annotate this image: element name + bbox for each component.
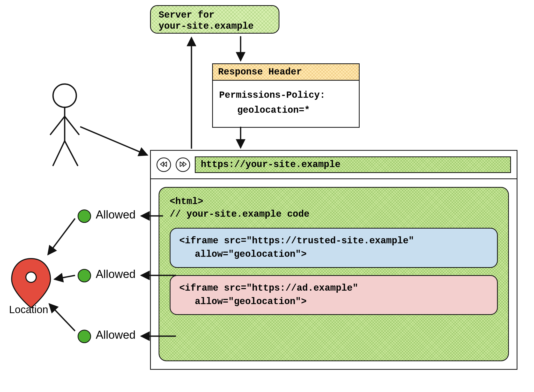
address-bar-url: https://your-site.example: [201, 159, 340, 170]
svg-line-3: [65, 116, 79, 134]
status-dot-2: [78, 269, 91, 282]
page-code-line1: <html>: [170, 195, 498, 208]
response-header-box: Response Header Permissions-Policy: geol…: [212, 63, 360, 128]
location-pin-icon: [12, 259, 50, 308]
status-label-1: Allowed: [96, 208, 136, 221]
forward-button[interactable]: [176, 157, 190, 172]
rewind-icon: [160, 161, 168, 169]
svg-line-16: [49, 304, 75, 331]
svg-line-14: [48, 218, 75, 255]
svg-line-7: [80, 127, 147, 155]
svg-point-0: [53, 84, 76, 107]
status-label-3: Allowed: [96, 328, 136, 341]
svg-point-6: [26, 272, 36, 282]
iframe-ad-line1: <iframe src="https://ad.example": [179, 282, 488, 295]
server-line2: your-site.example: [159, 21, 271, 32]
iframe-ad-line2: allow="geolocation">: [179, 295, 488, 308]
server-line1: Server for: [159, 10, 271, 21]
svg-line-4: [53, 141, 65, 165]
response-header-line2: geolocation=*: [219, 103, 353, 118]
status-dot-1: [78, 209, 91, 223]
status-dot-3: [78, 330, 91, 343]
svg-line-5: [65, 141, 78, 165]
fast-forward-icon: [179, 161, 187, 169]
page-code-block: <html> // your-site.example code: [170, 195, 498, 221]
svg-line-2: [50, 116, 65, 134]
iframe-trusted-line2: allow="geolocation">: [179, 248, 488, 261]
response-header-line1: Permissions-Policy:: [219, 88, 353, 103]
svg-line-15: [54, 275, 75, 279]
browser-toolbar: https://your-site.example: [151, 151, 517, 179]
status-label-2: Allowed: [96, 268, 136, 281]
page-content: <html> // your-site.example code <iframe…: [159, 187, 509, 361]
server-box: Server for your-site.example: [150, 5, 279, 34]
back-button[interactable]: [157, 157, 171, 172]
address-bar[interactable]: https://your-site.example: [195, 156, 511, 173]
iframe-trusted-line1: <iframe src="https://trusted-site.exampl…: [179, 234, 488, 248]
response-header-body: Permissions-Policy: geolocation=*: [213, 81, 359, 127]
response-header-title: Response Header: [213, 64, 359, 81]
user-icon: [50, 84, 79, 165]
browser-window: https://your-site.example <html> // your…: [150, 150, 517, 370]
location-label: Location: [9, 304, 48, 315]
page-code-line2: // your-site.example code: [170, 208, 498, 221]
iframe-trusted: <iframe src="https://trusted-site.exampl…: [170, 228, 498, 268]
iframe-ad: <iframe src="https://ad.example" allow="…: [170, 275, 498, 315]
